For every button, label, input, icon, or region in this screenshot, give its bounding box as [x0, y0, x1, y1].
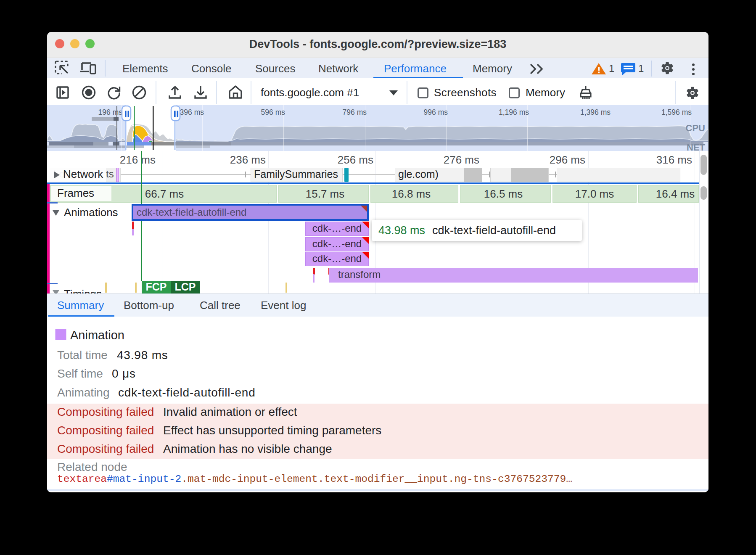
svg-text:1,196 ms: 1,196 ms	[499, 108, 529, 116]
svg-text:796 ms: 796 ms	[343, 108, 367, 116]
svg-text:596 ms: 596 ms	[261, 108, 285, 116]
svg-text:196 ms: 196 ms	[98, 108, 123, 116]
svg-text:996 ms: 996 ms	[424, 108, 448, 116]
svg-text:NET: NET	[687, 142, 706, 151]
svg-text:396 ms: 396 ms	[180, 108, 204, 116]
svg-text:1,396 ms: 1,396 ms	[580, 108, 611, 116]
svg-text:CPU: CPU	[686, 123, 705, 133]
svg-text:1,596 ms: 1,596 ms	[661, 108, 692, 116]
